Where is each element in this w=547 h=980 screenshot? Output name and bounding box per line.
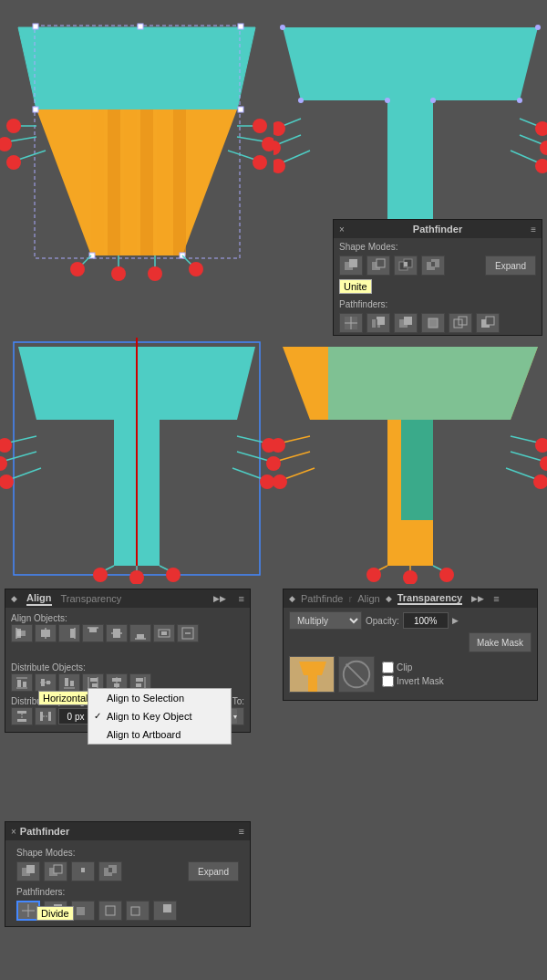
align-extra2-btn[interactable] [177,624,199,642]
bp-pathfinders-label: Pathfinders: [11,883,244,899]
svg-point-45 [385,98,390,103]
svg-rect-11 [138,24,143,29]
dist-top-btn[interactable] [11,673,33,692]
svg-rect-3 [91,109,104,255]
panel-arrow: ▶▶ [213,594,226,603]
trans-titlebar: ◆ Pathfinde r Align ◆ Transparency ▶▶ ≡ [284,589,537,608]
svg-point-30 [70,262,85,276]
bp-minus-btn[interactable] [44,861,67,881]
dist-space-h-btn[interactable] [35,707,57,725]
trans-diamond-icon: ◆ [289,594,295,603]
bp-exclude-btn[interactable] [98,861,122,881]
align-center-v-btn[interactable] [106,624,128,642]
bp-titlebar: × Pathfinder ≡ [5,822,250,840]
svg-point-41 [517,98,522,103]
minus-back-btn[interactable] [476,313,500,333]
pathfinder-title: Pathfinder [413,224,462,235]
svg-rect-68 [377,259,385,267]
svg-rect-184 [26,865,35,873]
expand-icon[interactable]: ≡ [531,224,536,235]
trim-btn[interactable] [366,313,390,333]
svg-rect-13 [238,107,243,112]
blend-mode-select[interactable]: Multiply Normal Screen Overlay [289,611,362,630]
dist-vmid-btn[interactable] [35,673,57,692]
trans-menu[interactable]: ≡ [493,593,499,604]
layer-thumbnail[interactable] [289,656,335,693]
unite-tooltip: Unite [339,279,372,294]
unite-btn[interactable] [339,255,363,276]
bp-unite-btn[interactable] [16,861,40,881]
merge-btn[interactable] [394,313,418,333]
align-top-btn[interactable] [82,624,104,642]
bp-menu-icon[interactable]: ≡ [239,826,244,837]
bp-title: Pathfinder [20,826,69,837]
pathfinder-body: Shape Modes: Expand Unite P [334,238,542,335]
align-extra1-btn[interactable] [153,624,175,642]
align-to-selection-item[interactable]: Align to Selection [88,689,231,707]
align-tab[interactable]: Align [26,592,52,606]
bp-minusback-btn[interactable] [153,901,177,921]
transparency-tab-active[interactable]: Transparency [397,592,463,605]
svg-point-34 [148,266,162,281]
bp-shape-modes-label: Shape Modes: [11,844,244,860]
bp-pathfinders-row: Divide [11,899,244,923]
minus-front-btn[interactable] [366,255,390,276]
panel-menu-icon[interactable]: ≡ [239,593,244,604]
pathfinder-titlebar: × Pathfinder ≡ [334,220,542,238]
bp-outline-btn[interactable] [126,901,150,921]
align-center-h-btn[interactable] [35,624,57,642]
svg-rect-7 [157,109,170,255]
make-mask-row: Make Mask [289,632,532,652]
dist-space-v-btn[interactable] [11,707,33,725]
align-to-key-object-item[interactable]: Align to Key Object [88,707,231,725]
svg-rect-146 [161,631,167,635]
svg-rect-83 [428,318,438,328]
divide-btn[interactable] [339,313,363,333]
clip-row: Clip [382,662,444,673]
align-body: Align Objects: [5,608,250,732]
svg-rect-161 [92,683,98,687]
align-right-btn[interactable] [58,624,80,642]
make-mask-btn[interactable]: Make Mask [469,632,532,652]
svg-marker-1 [18,27,255,109]
clip-checkbox[interactable] [382,662,394,673]
exclude-btn[interactable] [421,255,445,276]
align-left-btn[interactable] [11,624,33,642]
trans-body: Multiply Normal Screen Overlay Opacity: … [284,608,537,700]
opacity-arrow[interactable]: ▶ [452,616,459,625]
svg-rect-169 [17,711,26,714]
bp-intersect-btn[interactable] [71,861,95,881]
align-to-dropdown-menu: Align to Selection Align to Key Object A… [88,688,232,745]
bp-merge-btn[interactable] [71,901,95,921]
svg-rect-16 [33,107,38,112]
bp-crop-btn[interactable] [98,901,122,921]
svg-rect-160 [90,678,98,682]
align-bottom-btn[interactable] [129,624,151,642]
svg-rect-156 [65,678,68,686]
svg-rect-6 [140,109,153,255]
bp-body: Shape Modes: Expand Pathfinders: [5,840,250,926]
mask-thumbnail[interactable] [338,656,375,693]
opacity-input[interactable]: 100% [403,612,449,629]
invert-mask-checkbox[interactable] [382,675,394,687]
crop-btn[interactable] [421,313,445,333]
close-icon[interactable]: × [339,224,345,235]
pathfinder-tab[interactable]: Pathfinde [301,593,343,604]
svg-rect-79 [377,317,385,325]
opacity-label: Opacity: [366,616,399,626]
expand-button[interactable]: Expand [485,255,536,276]
outline-btn[interactable] [449,313,472,333]
align-tab-trans[interactable]: Align [357,593,379,604]
transparency-tab[interactable]: Transparency [61,593,122,604]
bp-expand-btn[interactable]: Expand [188,861,239,881]
svg-rect-199 [163,904,171,912]
bp-close-icon[interactable]: × [11,827,16,837]
align-to-artboard-item[interactable]: Align to Artboard [88,725,231,744]
bottom-pathfinder-panel: × Pathfinder ≡ Shape Modes: Expa [5,821,251,927]
svg-rect-150 [17,680,21,687]
svg-rect-12 [238,24,243,29]
dist-bottom-btn[interactable] [58,673,80,692]
tab-separator: r [348,593,352,604]
intersect-btn[interactable] [394,255,418,276]
svg-point-28 [253,155,267,170]
